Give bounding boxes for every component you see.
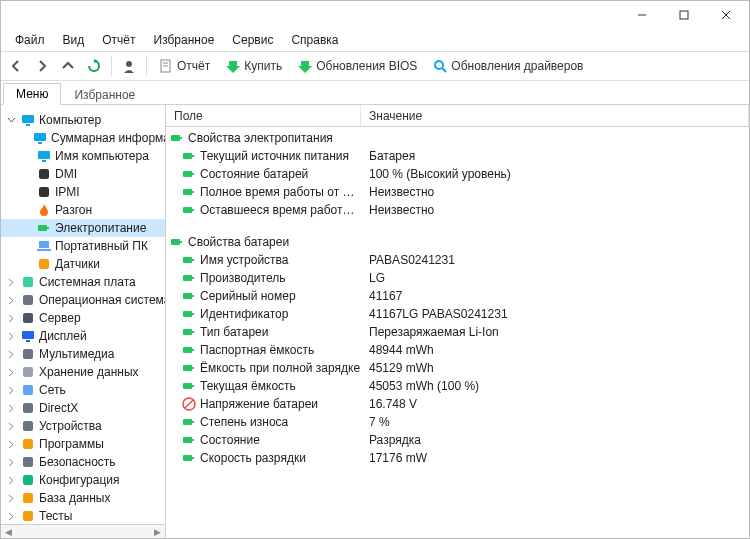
up-button[interactable] [57, 55, 79, 77]
field-label: Текущий источник питания [200, 149, 349, 163]
detail-row[interactable]: Идентификатор41167LG PABAS0241231 [166, 305, 749, 323]
svg-rect-72 [183, 437, 192, 443]
tree-spacer [21, 222, 33, 234]
expand-icon[interactable] [5, 402, 17, 414]
tree-item-storage[interactable]: Хранение данных [1, 363, 166, 381]
menu-favorites[interactable]: Избранное [146, 31, 223, 49]
field-value: Неизвестно [361, 185, 749, 199]
expand-icon[interactable] [5, 492, 17, 504]
expand-icon[interactable] [5, 438, 17, 450]
tree-spacer [21, 168, 33, 180]
forward-button[interactable] [31, 55, 53, 77]
tree-item-server[interactable]: Сервер [1, 309, 166, 327]
tree-item-computer[interactable]: Компьютер [1, 111, 166, 129]
toolbar-buy-button[interactable]: Купить [220, 57, 288, 75]
field-label: Имя устройства [200, 253, 289, 267]
tree-item-overclock[interactable]: Разгон [1, 201, 166, 219]
detail-row[interactable]: Состояние батарей100 % (Высокий уровень) [166, 165, 749, 183]
detail-row[interactable]: Серийный номер41167 [166, 287, 749, 305]
menu-view[interactable]: Вид [55, 31, 93, 49]
svg-line-69 [185, 400, 193, 408]
tree-item-directx[interactable]: DirectX [1, 399, 166, 417]
svg-rect-70 [183, 419, 192, 425]
sidebar-scroll[interactable]: ◀ ▶ [1, 524, 165, 538]
scroll-right-icon[interactable]: ▶ [154, 527, 161, 537]
collapse-icon[interactable] [5, 114, 17, 126]
svg-rect-60 [183, 329, 192, 335]
expand-icon[interactable] [5, 510, 17, 522]
svg-rect-44 [183, 171, 192, 177]
detail-row[interactable]: СостояниеРазрядка [166, 431, 749, 449]
col-field[interactable]: Поле [166, 105, 361, 126]
detail-row[interactable]: Полное время работы от бата…Неизвестно [166, 183, 749, 201]
detail-row[interactable]: Имя устройстваPABAS0241231 [166, 251, 749, 269]
expand-icon[interactable] [5, 330, 17, 342]
battery-icon [182, 271, 196, 285]
detail-row[interactable]: Скорость разрядки17176 mW [166, 449, 749, 467]
menu-help[interactable]: Справка [283, 31, 346, 49]
expand-icon[interactable] [5, 474, 17, 486]
toolbar-drivers-button[interactable]: Обновления драйверов [427, 57, 589, 75]
tree-item-ipmi[interactable]: IPMI [1, 183, 166, 201]
detail-row[interactable]: ПроизводительLG [166, 269, 749, 287]
toolbar: Отчёт Купить Обновления BIOS Обновления … [1, 51, 749, 81]
tree-item-power[interactable]: Электропитание [1, 219, 166, 237]
svg-point-4 [126, 61, 132, 67]
detail-row[interactable]: Паспортная ёмкость48944 mWh [166, 341, 749, 359]
maximize-button[interactable] [663, 2, 705, 28]
tree-item-devices[interactable]: Устройства [1, 417, 166, 435]
tree-item-sensors[interactable]: Датчики [1, 255, 166, 273]
battery-icon [182, 361, 196, 375]
tree-item-network[interactable]: Сеть [1, 381, 166, 399]
svg-point-10 [435, 61, 443, 69]
menu-report[interactable]: Отчёт [94, 31, 143, 49]
tab-menu[interactable]: Меню [3, 83, 61, 105]
toolbar-report-button[interactable]: Отчёт [153, 57, 216, 75]
tree-item-label: Операционная система [39, 293, 166, 307]
tree-item-label: Электропитание [55, 221, 146, 235]
expand-icon[interactable] [5, 456, 17, 468]
expand-icon[interactable] [5, 384, 17, 396]
tree-item-summary[interactable]: Суммарная информа… [1, 129, 166, 147]
field-label: Степень износа [200, 415, 288, 429]
scroll-left-icon[interactable]: ◀ [5, 527, 12, 537]
detail-row[interactable]: Ёмкость при полной зарядке45129 mWh [166, 359, 749, 377]
tree-item-display[interactable]: Дисплей [1, 327, 166, 345]
expand-icon[interactable] [5, 276, 17, 288]
menu-service[interactable]: Сервис [224, 31, 281, 49]
svg-rect-25 [23, 277, 33, 287]
detail-row[interactable]: Текущая ёмкость45053 mWh (100 %) [166, 377, 749, 395]
group-header: Свойства батареи [166, 233, 749, 251]
tree-item-portable[interactable]: Портативный ПК [1, 237, 166, 255]
expand-icon[interactable] [5, 312, 17, 324]
minimize-button[interactable] [621, 2, 663, 28]
detail-row[interactable]: Оставшееся время работы от …Неизвестно [166, 201, 749, 219]
field-label: Идентификатор [200, 307, 288, 321]
expand-icon[interactable] [5, 294, 17, 306]
detail-row[interactable]: Тип батареиПерезаряжаемая Li-Ion [166, 323, 749, 341]
tree-item-multimedia[interactable]: Мультимедиа [1, 345, 166, 363]
col-value[interactable]: Значение [361, 105, 749, 126]
expand-icon[interactable] [5, 348, 17, 360]
detail-row[interactable]: Степень износа7 % [166, 413, 749, 431]
refresh-button[interactable] [83, 55, 105, 77]
tab-favorites[interactable]: Избранное [61, 84, 148, 105]
detail-row[interactable]: Текущий источник питанияБатарея [166, 147, 749, 165]
tree-item-compname[interactable]: Имя компьютера [1, 147, 166, 165]
toolbar-bios-button[interactable]: Обновления BIOS [292, 57, 423, 75]
tree-item-mobo[interactable]: Системная плата [1, 273, 166, 291]
detail-row[interactable]: Напряжение батареи16.748 V [166, 395, 749, 413]
tree-item-dmi[interactable]: DMI [1, 165, 166, 183]
tree-item-config[interactable]: Конфигурация [1, 471, 166, 489]
user-button[interactable] [118, 55, 140, 77]
tree-item-database[interactable]: База данных [1, 489, 166, 507]
close-button[interactable] [705, 2, 747, 28]
expand-icon[interactable] [5, 366, 17, 378]
tree-item-tests[interactable]: Тесты [1, 507, 166, 525]
tree-item-programs[interactable]: Программы [1, 435, 166, 453]
back-button[interactable] [5, 55, 27, 77]
tree-item-os[interactable]: Операционная система [1, 291, 166, 309]
tree-item-security[interactable]: Безопасность [1, 453, 166, 471]
expand-icon[interactable] [5, 420, 17, 432]
menu-file[interactable]: Файл [7, 31, 53, 49]
